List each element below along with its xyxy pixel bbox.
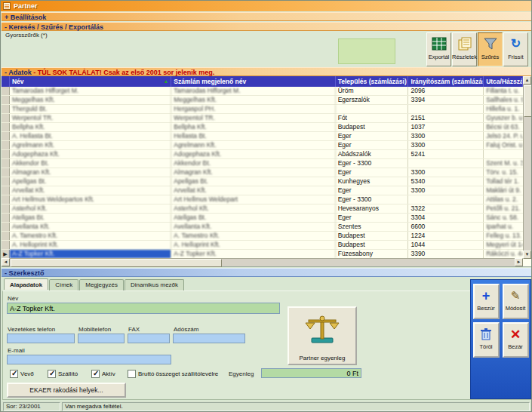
cell-utca: Bécsi út 63. [484,123,523,131]
vevo-checkbox[interactable] [10,370,18,378]
table-row[interactable]: Art Hellmus Weldepartos Kft.Art Hellmus … [2,195,523,204]
funnel-icon [483,35,498,52]
table-row[interactable]: Avellanta Kft.Avellanta Kft.Szentes6600I… [2,223,523,232]
trash-icon [480,325,492,343]
row-marker [2,123,10,131]
tab-megjegyzes[interactable]: Megjegyzés [79,279,124,291]
partner-balance-button[interactable]: Partner egyenleg [288,306,357,365]
insert-button[interactable]: + Beszúr [473,284,500,319]
table-row[interactable]: Arvellat Kft.Arvellat Kft.Eger3300Maklár… [2,186,523,195]
section-search[interactable]: - Keresés / Szűrés / Exportálás [2,22,531,31]
table-row[interactable]: Meggelhas Kft.Meggelhas Kft.Egerszalók33… [2,96,523,105]
table-row[interactable]: Adogephaza Kft.Adogephaza Kft.Abádszalók… [2,150,523,159]
cell-nev: Avellanta Kft. [10,223,171,231]
mobile-field[interactable] [78,334,125,343]
scroll-left-arrow[interactable]: ◄ [2,258,10,266]
email-field[interactable] [7,355,171,364]
tab-cimek[interactable]: Címek [49,279,78,291]
table-row[interactable]: A. Helloprint Kft.A. Helloprint Kft.Buda… [2,241,523,250]
table-header-telepules[interactable]: Település (számlázási) [336,76,409,87]
table-row[interactable]: Bellpha Kft.Bellpha Kft.Budapest1037Bécs… [2,123,523,132]
table-header-iranyitoszam[interactable]: Irányítószám (számlázási) [408,76,484,87]
balance-field[interactable] [261,368,361,378]
table-header-utca[interactable]: Utca/Házszám [484,76,523,87]
cell-utca: Faluj Orist. u. 8. [484,141,523,149]
cell-telepules: Fót [336,114,409,122]
pencil-icon: ✎ [511,287,521,305]
refresh-button[interactable]: ↻ Frissít [503,32,528,66]
row-marker [2,195,10,204]
vertical-scroll-thumb[interactable] [524,85,532,117]
cell-iranyitoszam: 2096 [408,87,484,95]
status-row-counter: Sor: 23/2001 [3,402,60,411]
szallito-checkbox[interactable] [48,370,56,378]
cell-szamlan-nev: Avellanta Kft. [171,223,335,231]
scroll-right-arrow[interactable]: ► [515,258,523,266]
filter-button[interactable]: Szűrés [478,32,503,66]
table-header-nev[interactable]: Név▲ [10,76,171,87]
section-data[interactable]: - Adatok - TÚL SOK TALÁLAT! Csak az első… [2,67,531,76]
table-row[interactable]: Asterhol Kft.Asterhol Kft.Hevesaranyos33… [2,204,523,214]
modify-button[interactable]: ✎ Módosít [503,284,529,319]
title-bar[interactable]: Partner [1,1,532,11]
cell-nev: Meggelhas Kft. [10,96,171,104]
cell-telepules: Egerszalók [336,96,409,104]
horizontal-scrollbar[interactable]: ◄ ► [2,258,523,266]
table-row[interactable]: A. Tamestro Kft.A. Tamestro Kft.Budapest… [2,232,523,241]
table-header: Név▲ Számlán megjelenő név Település (sz… [2,76,523,87]
table-row[interactable]: Werpentol TR.Werpentol TR.Fót2151Gyuszer… [2,114,523,123]
cell-nev: Arvellat Kft. [10,186,171,195]
table-row[interactable]: Almagran Kft.Almagran Kft.Eger3300Törv. … [2,168,523,177]
cell-szamlan-nev: A-Z Topker Kft. [171,250,335,258]
table-row[interactable]: Atellgas Bt.Atellgas Bt.Eger3304Sánc u. … [2,214,523,223]
aktiv-checkbox[interactable] [91,370,100,378]
table-header-szamlan-nev[interactable]: Számlán megjelenő név [171,76,335,87]
quick-filter-label: Gyorsszűrők (*) [5,32,48,38]
szallito-checkbox-group[interactable]: Szállító [48,369,78,378]
brutto-checkbox[interactable] [128,370,136,378]
tab-dinamikus-mezok[interactable]: Dinamikus mezők [125,279,184,291]
cell-telepules: Üröm [336,87,409,95]
row-marker [2,159,10,168]
scroll-down-arrow[interactable]: ▼ [523,251,531,259]
table-row[interactable]: Akkendor Bt.Akkendor Bt.Eger - 3300Szent… [2,159,523,168]
email-label: E-mail [8,347,25,354]
row-marker: ▶ [2,250,10,258]
row-marker [2,96,10,104]
vevo-checkbox-group[interactable]: Vevő [10,369,34,378]
partner-window: Partner + Beállítások - Keresés / Szűrés… [0,0,532,412]
active-filter-panel [338,38,395,64]
cell-nev: Akkendor Bt. [10,159,171,168]
delete-button[interactable]: Töröl [473,322,500,358]
cell-utca [484,150,523,158]
table-row[interactable]: Therguld Bt.Hergaspol PH.Hillefia u. 1. [2,105,523,114]
table-row[interactable]: A. Hellasta Bt.Hellasta Bt.Eger3300Jelsö… [2,132,523,141]
phone-field[interactable] [7,334,75,343]
cell-nev: Art Hellmus Weldepartos Kft. [10,195,171,204]
status-bar: Sor: 23/2001 Van megadva feltétel. [2,401,531,412]
table-row[interactable]: Tamarodas Hifforget M.Tamarodas Hifforge… [2,87,523,96]
table-row[interactable]: Apellgas Bt.Apellgas Bt.Kunhegyes5340Tol… [2,177,523,186]
close-button[interactable]: ✕ Bezár [503,322,529,358]
brutto-checkbox-group[interactable]: Bruttó összeget szállítólevélre [128,369,218,378]
name-field[interactable] [7,303,280,314]
cell-telepules: Eger - 3300 [336,195,409,204]
cell-iranyitoszam: 3300 [408,132,484,140]
section-settings[interactable]: + Beállítások [2,12,531,21]
scroll-up-arrow[interactable]: ▲ [523,76,531,85]
cell-telepules: Abádszalók [336,150,409,158]
vertical-scrollbar[interactable]: ▲ ▼ [523,76,531,259]
section-search-label: - Keresés / Szűrés / Exportálás [5,23,103,31]
cell-nev: A. Helloprint Kft. [10,241,171,249]
horizontal-scroll-thumb[interactable] [11,259,222,267]
taxnumber-field[interactable] [173,334,245,343]
ekaer-button[interactable]: EKAER rakodási helyek... [7,383,126,398]
section-editor[interactable]: - Szerkesztő [2,268,531,277]
table-row[interactable]: Agrelmann Kft.Agrelmann Kft.Eger3300Falu… [2,141,523,150]
details-button[interactable]: Részletek [452,32,477,66]
aktiv-checkbox-group[interactable]: Aktív [91,369,115,378]
export-button[interactable]: Exportál [426,32,451,66]
fax-field[interactable] [128,334,170,343]
cell-nev: Agrelmann Kft. [10,141,171,149]
tab-alapadatok[interactable]: Alapadatok [4,278,48,290]
